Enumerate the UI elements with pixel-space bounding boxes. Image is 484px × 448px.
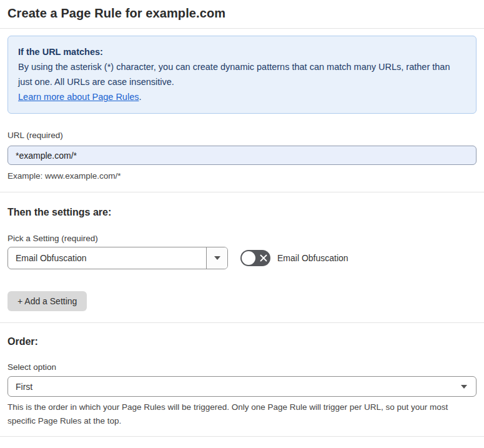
setting-select[interactable]: Email Obfuscation [7,247,228,269]
learn-more-link[interactable]: Learn more about Page Rules [18,92,139,102]
email-obfuscation-toggle[interactable] [240,250,270,266]
add-setting-button[interactable]: + Add a Setting [7,291,87,311]
toggle-knob [242,251,255,265]
settings-section-heading: Then the settings are: [7,207,477,218]
order-helper-text: This is the order in which your Page Rul… [7,401,477,428]
info-box-heading: If the URL matches: [18,44,466,59]
caret-down-icon [214,256,220,260]
order-section-heading: Order: [7,336,477,347]
setting-select-value: Email Obfuscation [8,247,206,269]
create-page-rule-form: Create a Page Rule for example.com If th… [0,0,484,448]
email-obfuscation-toggle-group: Email Obfuscation [240,250,348,266]
title-divider [0,28,484,29]
order-select[interactable]: First [7,376,477,397]
url-label: URL (required) [7,131,477,140]
link-suffix: . [139,92,141,102]
info-box-body: By using the asterisk (*) character, you… [18,59,466,89]
url-example-helper: Example: www.example.com/* [7,169,477,183]
toggle-label: Email Obfuscation [277,253,348,263]
pick-setting-label: Pick a Setting (required) [7,234,477,243]
page-title: Create a Page Rule for example.com [0,0,484,28]
order-select-value: First [16,382,32,392]
caret-down-icon [461,385,467,389]
url-match-info-box: If the URL matches: By using the asteris… [7,36,477,114]
order-select-label: Select option [7,362,477,372]
setting-row: Email Obfuscation Email Obfuscation [7,247,477,269]
toggle-off-x-icon [260,254,267,262]
setting-select-arrow-button[interactable] [206,247,227,269]
settings-section-divider [0,322,484,323]
url-input[interactable] [7,146,477,165]
url-section-divider [0,192,484,192]
footer-divider [0,436,484,437]
info-link-line: Learn more about Page Rules. [18,89,466,104]
